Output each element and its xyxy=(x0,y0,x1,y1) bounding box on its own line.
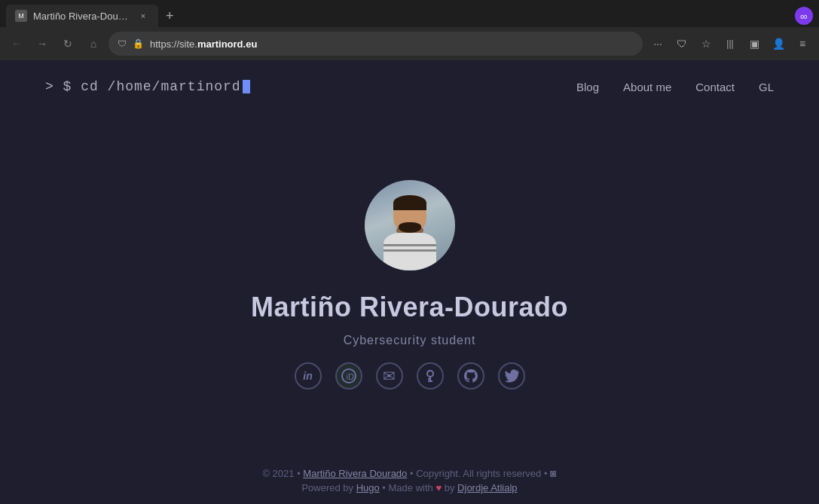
bookmarks-list-button[interactable]: ||| xyxy=(720,33,741,54)
website-content: > $ cd /home/martinord Blog About me Con… xyxy=(0,60,819,504)
reader-mode-button[interactable]: ▣ xyxy=(744,33,765,54)
nav-link-gl[interactable]: GL xyxy=(759,81,774,93)
svg-text:iD: iD xyxy=(346,372,353,381)
toolbar: ← → ↻ ⌂ 🛡 🔒 https://site.martinord.eu ··… xyxy=(0,27,819,60)
person-subtitle: Cybersecurity student xyxy=(344,334,476,347)
shield-toolbar-button[interactable]: 🛡 xyxy=(671,33,692,54)
site-navigation: > $ cd /home/martinord Blog About me Con… xyxy=(0,60,819,113)
address-bar[interactable]: 🛡 🔒 https://site.martinord.eu xyxy=(108,32,643,56)
nav-link-contact[interactable]: Contact xyxy=(695,81,735,93)
forward-button[interactable]: → xyxy=(32,33,53,54)
linkedin-icon[interactable]: in xyxy=(295,362,322,389)
keybase-icon[interactable] xyxy=(417,362,444,389)
refresh-button[interactable]: ↻ xyxy=(57,33,78,54)
account-button[interactable]: 👤 xyxy=(768,33,789,54)
svg-point-2 xyxy=(427,371,433,377)
social-links: in iD ✉ xyxy=(295,362,525,389)
nav-links: Blog About me Contact GL xyxy=(576,81,774,93)
site-main: Martiño Rivera-Dourado Cybersecurity stu… xyxy=(0,113,819,457)
tab-favicon: M xyxy=(15,10,27,22)
new-tab-button[interactable]: + xyxy=(161,8,179,24)
footer-author-link[interactable]: Martiño Rivera Dourado xyxy=(303,468,407,479)
orcid-icon[interactable]: iD xyxy=(335,362,362,389)
footer-hugo-link[interactable]: Hugo xyxy=(356,482,380,493)
footer-heart: ♥ xyxy=(435,482,444,493)
avatar-background xyxy=(365,180,455,270)
more-button[interactable]: ··· xyxy=(647,33,668,54)
tab-bar: M Martiño Rivera-Dourado × + ∞ xyxy=(0,0,819,27)
avatar-person xyxy=(384,195,436,270)
tab-close-button[interactable]: × xyxy=(137,10,149,22)
extension-icon[interactable]: ∞ xyxy=(795,7,813,25)
nav-link-blog[interactable]: Blog xyxy=(576,81,599,93)
active-tab[interactable]: M Martiño Rivera-Dourado × xyxy=(6,5,158,27)
hair xyxy=(393,195,426,210)
bookmark-button[interactable]: ☆ xyxy=(695,33,717,54)
site-logo[interactable]: > $ cd /home/martinord xyxy=(45,79,250,94)
tab-title: Martiño Rivera-Dourado xyxy=(33,11,131,22)
head xyxy=(393,195,426,233)
person-name: Martiño Rivera-Dourado xyxy=(251,292,568,323)
twitter-icon[interactable] xyxy=(498,362,525,389)
shield-icon: 🛡 xyxy=(118,38,127,49)
rss-icon[interactable]: ◙ xyxy=(550,467,556,479)
body-stripes xyxy=(384,244,436,246)
url-text: https://site.martinord.eu xyxy=(150,38,257,50)
home-button[interactable]: ⌂ xyxy=(83,33,104,54)
site-footer: © 2021 • Martiño Rivera Dourado • Copyri… xyxy=(0,457,819,504)
nav-link-about[interactable]: About me xyxy=(623,81,671,93)
beard xyxy=(399,222,421,233)
lock-icon: 🔒 xyxy=(133,38,144,49)
footer-theme-link[interactable]: Djordje Atlialp xyxy=(457,482,518,493)
avatar xyxy=(365,180,455,270)
cursor-blink xyxy=(243,80,250,93)
menu-button[interactable]: ≡ xyxy=(792,33,813,54)
back-button[interactable]: ← xyxy=(6,33,27,54)
footer-copyright: © 2021 • Martiño Rivera Dourado • Copyri… xyxy=(11,467,808,479)
toolbar-right: ··· 🛡 ☆ ||| ▣ 👤 ≡ xyxy=(647,33,813,54)
github-icon[interactable] xyxy=(457,362,484,389)
email-icon[interactable]: ✉ xyxy=(376,362,403,389)
body xyxy=(384,233,436,270)
footer-powered: Powered by Hugo • Made with ♥ by Djordje… xyxy=(11,482,808,493)
